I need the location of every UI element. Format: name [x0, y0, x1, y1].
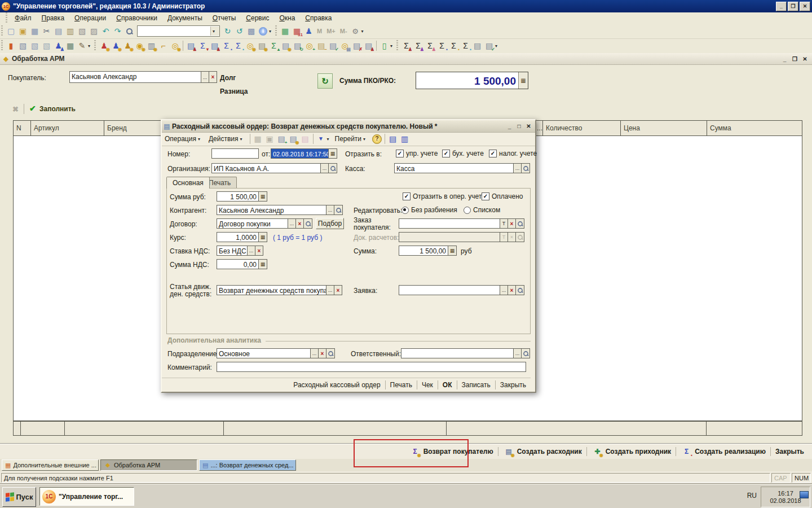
create-expense-button[interactable]: ▤◉ Создать расходник — [498, 444, 586, 459]
restore-button[interactable]: ❐ — [788, 2, 798, 11]
arm-minimize-button[interactable]: _ — [780, 55, 789, 63]
cashbox-select-button[interactable]: ... — [514, 163, 522, 173]
doc-coins-2-icon[interactable]: ◎▤ — [339, 40, 351, 51]
document-structure-icon[interactable]: ▣ — [264, 133, 276, 144]
create-sale-button[interactable]: Σ▪ Создать реализацию — [676, 444, 770, 459]
pick-button[interactable]: Подбор — [316, 218, 344, 229]
vat-sum-input[interactable]: 0,00 — [217, 259, 259, 269]
sum-customer-pink-icon[interactable]: Σ♟ — [424, 40, 436, 51]
request-open-button[interactable] — [516, 285, 524, 295]
responsible-input[interactable] — [401, 348, 514, 358]
request-select-button[interactable]: ... — [500, 285, 508, 295]
toolbar-grip[interactable] — [396, 40, 398, 51]
organization-input[interactable]: ИП Касьянов А.А. — [211, 163, 321, 173]
organization-open-button[interactable] — [329, 163, 337, 173]
interface-switch-icon[interactable]: ▮ — [5, 40, 17, 51]
money-icon[interactable]: ◉◉ — [134, 40, 145, 51]
rate-calc-button[interactable]: ▦ — [259, 232, 267, 242]
vat-rate-select-button[interactable]: ... — [248, 246, 255, 256]
request-input[interactable] — [399, 285, 500, 295]
print-stack-icon[interactable]: ▧ — [41, 40, 52, 51]
contractor-input[interactable]: Касьянов Александр — [217, 205, 326, 215]
division-select-button[interactable]: ... — [311, 348, 319, 358]
doc-customer-2-icon[interactable]: ▤♟ — [209, 40, 220, 51]
redo-icon[interactable]: ↷ — [112, 25, 123, 37]
sum-calc-button[interactable]: ▦ — [448, 246, 457, 256]
sum-rub-calc-button[interactable]: ▦ — [259, 191, 267, 202]
column-header-n[interactable]: N — [14, 121, 31, 135]
create-based-on-icon[interactable]: ▼ — [315, 133, 327, 144]
contract-open-button[interactable] — [304, 218, 312, 229]
save-icon[interactable]: ▦ — [29, 25, 41, 37]
bank-icon[interactable]: ▥◉ — [145, 40, 157, 51]
sum-rub-input[interactable]: 1 500,00 — [217, 191, 259, 202]
tools-icon[interactable]: ⚙ — [350, 25, 361, 37]
chevron-down-icon[interactable]: ▾ — [327, 137, 332, 142]
clear-table-button[interactable]: ✖ — [12, 105, 19, 113]
doc-person-red-icon[interactable]: ▤♟ — [363, 40, 374, 51]
sum-terminal-icon[interactable]: Σ▪ — [436, 40, 448, 51]
calendar-icon[interactable]: ▦31 — [291, 25, 303, 37]
request-clear-button[interactable]: × — [508, 285, 516, 295]
chevron-down-icon[interactable]: ▾ — [361, 29, 367, 34]
toolbar-grip[interactable] — [1, 40, 3, 51]
contract-input[interactable]: Договор покупки — [217, 218, 288, 229]
window-tab-cash-order[interactable]: ▤ ...: Возврат денежных сред... — [199, 459, 296, 471]
chevron-down-icon[interactable]: ▾ — [88, 43, 93, 49]
doc-lines-icon[interactable]: ▤ — [471, 40, 483, 51]
organization-select-button[interactable]: ... — [321, 163, 329, 173]
buyer-clear-button[interactable]: × — [209, 71, 217, 83]
minimize-button[interactable]: _ — [776, 2, 787, 11]
sum-gold-icon[interactable]: Σ▪ — [448, 40, 460, 51]
pko-sum-field[interactable]: 1 500,00 ▦ — [416, 72, 528, 89]
chevron-down-icon[interactable]: ▾ — [390, 43, 395, 49]
window-tab-arm[interactable]: ◆ Обработка АРМ — [100, 459, 197, 471]
print-icon[interactable]: ▧ — [76, 25, 88, 37]
menu-reports[interactable]: Отчеты — [208, 13, 241, 23]
cashbox-open-button[interactable] — [522, 163, 530, 173]
toolbar-grip[interactable] — [1, 25, 3, 37]
print-preview-icon[interactable]: ▨ — [88, 25, 100, 37]
copy-document-icon[interactable]: ▤+ — [276, 133, 288, 144]
doc-check-icon[interactable]: ▤✓ — [327, 40, 339, 51]
calculator-icon[interactable]: ▦ — [518, 72, 528, 89]
search-input[interactable] — [138, 27, 210, 36]
actions-menu-button[interactable]: Действия▾ — [206, 134, 248, 144]
window-tab-external[interactable]: ▦ Дополнительные внешние ... — [2, 459, 99, 471]
menu-windows[interactable]: Окна — [274, 13, 300, 23]
goto-menu-button[interactable]: Перейти▾ — [332, 134, 372, 144]
unpost-document-icon[interactable]: ▤ — [299, 133, 311, 144]
edit-settings-icon[interactable]: ✎ — [76, 40, 88, 51]
buyer-input[interactable]: Касьянов Александр — [69, 71, 201, 83]
print-copy-icon[interactable]: ▧ — [29, 40, 41, 51]
cut-icon[interactable]: ✂ — [41, 25, 52, 37]
dialog-minimize-button[interactable]: _ — [505, 122, 514, 130]
doc-refresh-icon[interactable]: ▤↻ — [292, 40, 303, 51]
start-button[interactable]: Пуск — [2, 487, 36, 507]
add-coins-icon[interactable]: ◎+ — [303, 40, 315, 51]
checkbox-tax-accounting[interactable]: налог. учете — [489, 150, 537, 157]
sum-customer-violet-icon[interactable]: Σ♟ — [412, 40, 424, 51]
cash-order-menu-button[interactable]: Расходный кассовый ордер — [289, 379, 385, 391]
doc-sum-green-icon[interactable]: Σ▴ — [268, 40, 280, 51]
customer-order-type-button[interactable]: T — [500, 218, 508, 229]
number-input[interactable] — [211, 148, 259, 159]
sum-blue-icon[interactable]: Σ▪ — [460, 40, 471, 51]
find-next-icon[interactable]: ↻ — [222, 25, 233, 37]
menu-edit[interactable]: Правка — [37, 13, 70, 23]
dialog-maximize-button[interactable]: □ — [515, 122, 523, 130]
checkbox-paid[interactable]: Оплачено — [482, 192, 523, 200]
chevron-down-icon[interactable]: ▾ — [269, 29, 274, 34]
new-document-icon[interactable]: ▢ — [5, 25, 17, 37]
ok-button[interactable]: ОК — [438, 379, 457, 391]
vat-rate-input[interactable]: Без НДС — [217, 246, 248, 256]
counterparties-icon[interactable]: ♟♟ — [52, 40, 64, 51]
doc-chart-icon[interactable]: Σ▪ — [220, 40, 232, 51]
dialog-close-button[interactable]: ✕ — [524, 122, 533, 130]
contractor-open-button[interactable] — [334, 205, 343, 215]
list-check-icon[interactable]: ▥ — [399, 133, 411, 144]
user-password-icon[interactable]: ♟ — [303, 25, 315, 37]
column-header-sum[interactable]: Сумма — [707, 121, 802, 135]
copy-window-icon[interactable]: ▩ — [245, 25, 257, 37]
date-input[interactable]: 02.08.2018 16:17:50 — [271, 148, 329, 159]
